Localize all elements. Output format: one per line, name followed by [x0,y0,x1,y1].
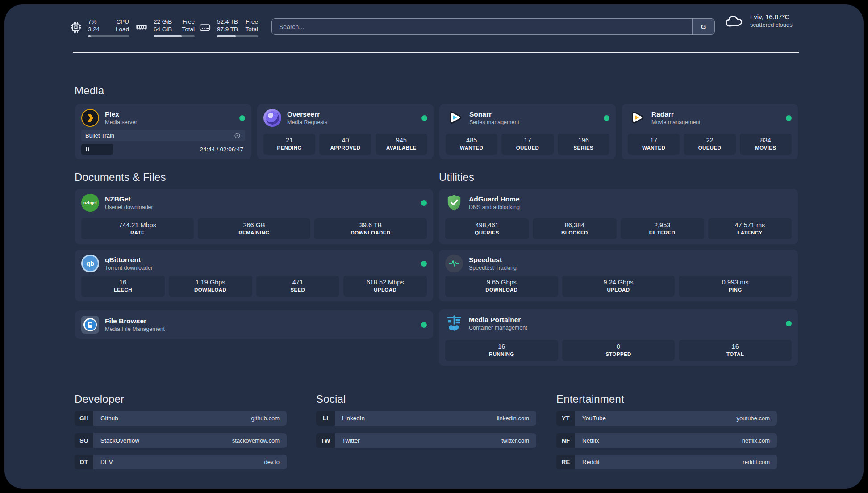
link-abbr: SO [75,433,93,448]
nzbget-icon: nzbget [81,194,99,212]
link-name: YouTube [582,415,606,422]
stat-total: 16TOTAL [679,340,792,361]
plex-card[interactable]: Plex Media server Bullet Train 24:44 / 0… [75,104,251,159]
pause-button[interactable] [81,144,113,155]
section-title-social: Social [316,393,346,405]
disk-stat-widget: 52.4 TB97.9 TB FreeTotal [199,17,258,38]
nzbget-card[interactable]: nzbget NZBGet Usenet downloader 744.21 M… [75,189,433,244]
cpu-label2: Load [116,25,129,33]
sonarr-icon [446,109,463,127]
app-title: Sonarr [469,110,519,118]
link-url: linkedin.com [497,415,529,422]
link-dev[interactable]: DT DEVdev.to [75,455,287,469]
memory-label2: Total [182,25,195,33]
now-playing-title: Bullet Train [85,132,114,139]
link-youtube[interactable]: YT YouTubeyoutube.com [556,411,777,426]
link-name: Reddit [582,459,600,465]
link-twitter[interactable]: TW Twittertwitter.com [316,433,536,448]
stat-queued: 22QUEUED [684,134,735,155]
stat-approved: 40APPROVED [319,134,371,155]
search-engine-button[interactable]: G [692,19,714,34]
radarr-card[interactable]: Radarr Movie management 17WANTED 22QUEUE… [622,104,798,159]
app-title: Plex [105,110,137,118]
status-dot [421,322,427,328]
memory-label1: Free [182,18,195,25]
link-name: Github [100,415,118,422]
live-session-icon[interactable] [234,132,241,139]
stat-upload: 9.24 GbpsUPLOAD [562,276,675,297]
link-abbr: LI [316,411,335,426]
link-abbr: GH [75,411,93,426]
app-subtitle: Torrent downloader [105,265,153,272]
app-subtitle: Media server [105,119,137,126]
stat-seed: 471SEED [256,276,340,297]
app-title: NZBGet [105,195,153,203]
link-linkedin[interactable]: LI LinkedInlinkedin.com [316,411,536,426]
section-title-media: Media [75,84,104,97]
app-subtitle: Container management [469,325,527,331]
cpu-icon [70,21,82,33]
plex-icon [81,109,99,127]
stat-leech: 16LEECH [81,276,165,297]
app-title: AdGuard Home [469,195,520,203]
adguard-card[interactable]: AdGuard Home DNS and adblocking 498,461Q… [439,189,798,244]
link-abbr: YT [556,411,575,426]
stat-upload: 618.52 MbpsUPLOAD [343,276,427,297]
overseerr-card[interactable]: Overseerr Media Requests 21PENDING 40APP… [257,104,434,159]
cpu-load: 3.24 [88,25,100,33]
link-url: dev.to [264,459,280,465]
link-name: StackOverflow [100,437,139,444]
section-title-developer: Developer [75,393,124,405]
stat-blocked: 86,384BLOCKED [533,218,616,239]
stat-pending: 21PENDING [263,134,315,155]
link-name: DEV [100,459,113,465]
status-dot [421,200,427,206]
speedtest-card[interactable]: Speedtest Speedtest Tracking 9.65 GbpsDO… [439,250,798,301]
memory-icon [135,21,148,33]
app-subtitle: Series management [469,119,519,126]
app-title: qBittorrent [105,256,153,264]
qbittorrent-icon: qb [81,255,99,272]
link-github[interactable]: GH Githubgithub.com [75,411,287,426]
adguard-icon [445,194,463,212]
disk-progress-bar [217,35,258,37]
weather-widget: Lviv, 16.87°C scattered clouds [724,13,793,29]
search-input[interactable] [272,19,692,34]
section-title-documents: Documents & Files [75,171,166,184]
link-url: netflix.com [742,437,770,444]
qbittorrent-card[interactable]: qb qBittorrent Torrent downloader 16LEEC… [75,250,433,301]
cpu-stat-widget: 7%3.24 CPULoad [70,17,129,38]
memory-total: 64 GiB [154,25,172,33]
app-title: Overseerr [287,110,327,118]
app-subtitle: DNS and adblocking [469,204,520,211]
sonarr-card[interactable]: Sonarr Series management 485WANTED 17QUE… [439,104,616,159]
stat-movies: 834MOVIES [740,134,792,155]
link-reddit[interactable]: RE Redditreddit.com [556,455,777,469]
status-dot [786,115,792,121]
stat-running: 16RUNNING [445,340,558,361]
link-stackoverflow[interactable]: SO StackOverflowstackoverflow.com [75,433,287,448]
link-name: Netflix [582,437,599,444]
link-netflix[interactable]: NF Netflixnetflix.com [556,433,777,448]
link-name: Twitter [342,437,360,444]
app-subtitle: Speedtest Tracking [469,265,517,272]
status-dot [239,115,245,121]
overseerr-icon [263,109,281,127]
playback-progress-bar[interactable]: 24:44 / 02:06:47 [81,144,245,155]
radarr-icon [628,109,646,127]
app-subtitle: Media Requests [287,119,327,126]
cpu-label1: CPU [116,18,129,25]
cloud-icon [724,13,743,28]
cpu-usage: 7% [88,18,100,25]
portainer-card[interactable]: Media Portainer Container management 16R… [439,309,798,366]
stat-rate: 744.21 MbpsRATE [81,218,194,239]
link-name: LinkedIn [342,415,365,422]
link-abbr: DT [75,455,93,469]
stat-remaining: 266 GBREMAINING [198,218,310,239]
status-dot [786,321,792,326]
app-subtitle: Usenet downloader [105,204,153,211]
stat-stopped: 0STOPPED [562,340,675,361]
stat-wanted: 17WANTED [628,134,680,155]
stat-wanted: 485WANTED [446,134,497,155]
filebrowser-card[interactable]: File Browser Media File Management [75,310,433,339]
